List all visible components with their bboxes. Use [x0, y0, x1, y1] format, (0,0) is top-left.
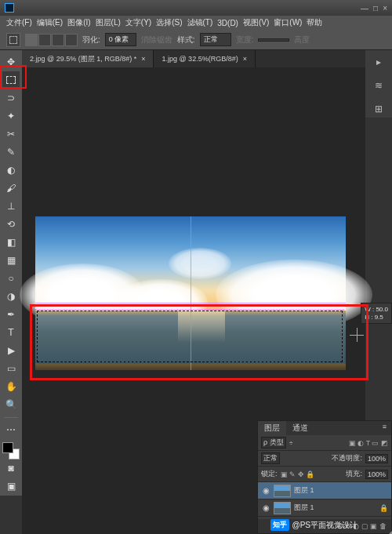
healing-brush-tool[interactable]: ◐	[2, 162, 20, 179]
layer-name-label[interactable]: 图层 1	[294, 503, 314, 513]
move-tool[interactable]: ✥	[2, 53, 20, 71]
menu-filter[interactable]: 滤镜(T)	[186, 17, 215, 28]
zoom-tool[interactable]: 🔍	[2, 396, 20, 413]
screenmode-toggle[interactable]: ▣	[2, 478, 20, 495]
lock-icons[interactable]: ▣ ✎ ✥ 🔒	[281, 470, 315, 478]
window-titlebar: — □ ×	[0, 0, 392, 16]
tab-layers[interactable]: 图层	[258, 421, 286, 435]
height-readout-label: H :	[365, 314, 372, 321]
visibility-toggle-icon[interactable]: ◉	[261, 503, 270, 512]
brush-tool[interactable]: 🖌	[2, 180, 20, 197]
style-select[interactable]: 正常	[200, 33, 231, 46]
layer-item-layer1[interactable]: ◉ 图层 1	[258, 482, 391, 499]
history-panel-icon[interactable]: ≋	[370, 77, 387, 94]
layer-thumbnail[interactable]	[274, 502, 291, 514]
properties-panel-icon[interactable]: ⊞	[370, 100, 387, 118]
document-tab-1jpg[interactable]: 1.jpg @ 32.5%(RGB/8#) ×	[154, 50, 255, 67]
opacity-label: 不透明度:	[332, 453, 362, 463]
opacity-input[interactable]: 100%	[365, 454, 388, 463]
magic-wand-tool[interactable]: ✦	[2, 107, 20, 125]
zhihu-logo: 知乎	[270, 519, 289, 531]
eyedropper-tool[interactable]: ✎	[2, 143, 20, 161]
height-readout-value: 9.5	[375, 314, 383, 321]
type-tool[interactable]: T	[2, 324, 20, 341]
rectangle-tool[interactable]: ▭	[2, 360, 20, 377]
dodge-tool[interactable]: ◑	[2, 288, 20, 305]
menu-select[interactable]: 选择(S)	[154, 17, 183, 28]
toolbox: ✥ ⊃ ✦ ✂ ✎ ◐ 🖌 ⊥ ⟲ ◧ ▦ ○ ◑ ✒ T ▶ ▭ ✋ 🔍 ⋯ …	[0, 50, 22, 496]
horizontal-guide	[35, 303, 346, 303]
blend-mode-select[interactable]: 正常	[261, 452, 280, 464]
panel-menu-icon[interactable]: ≡	[378, 421, 391, 435]
blur-tool[interactable]: ○	[2, 270, 20, 287]
width-input	[258, 38, 289, 42]
width-label: 宽度:	[236, 35, 254, 45]
tab-channels[interactable]: 通道	[286, 421, 314, 435]
watermark-text: @PS平面视觉设计	[292, 520, 358, 531]
menu-layer[interactable]: 图层(L)	[94, 17, 122, 28]
width-readout-label: W :	[365, 306, 374, 313]
selection-add-icon[interactable]	[38, 34, 51, 46]
layer-filter-icons[interactable]: ▣ ◐ T ▭ ◩	[349, 439, 388, 447]
app-logo	[5, 3, 14, 13]
history-brush-tool[interactable]: ⟲	[2, 216, 20, 233]
style-label: 样式:	[177, 35, 195, 45]
marquee-selection[interactable]	[37, 311, 343, 362]
resize-handle-icon[interactable]	[387, 529, 392, 534]
cursor-crosshair-icon	[350, 328, 364, 342]
edit-toolbar-icon[interactable]: ⋯	[2, 421, 20, 438]
layers-panel: 图层 通道 ≡ ρ 类型 ÷ ▣ ◐ T ▭ ◩ 正常 不透明度: 100% 锁…	[257, 420, 392, 534]
layer-thumbnail[interactable]	[274, 485, 291, 497]
menu-image[interactable]: 图像(I)	[66, 17, 92, 28]
close-button[interactable]: ×	[383, 4, 387, 13]
crop-tool[interactable]: ✂	[2, 125, 20, 143]
layer-name-label[interactable]: 图层 1	[294, 485, 314, 496]
minimize-button[interactable]: —	[361, 4, 368, 13]
document-tab-2jpg[interactable]: 2.jpg @ 29.5% (图层 1, RGB/8#) * ×	[22, 50, 154, 67]
eraser-tool[interactable]: ◧	[2, 234, 20, 251]
maximize-button[interactable]: □	[373, 4, 378, 13]
visibility-toggle-icon[interactable]: ◉	[261, 486, 270, 495]
hand-tool[interactable]: ✋	[2, 378, 20, 395]
marquee-tool-preset-icon[interactable]	[6, 33, 20, 47]
fill-label: 填充:	[346, 469, 362, 479]
quickmask-toggle[interactable]: ◙	[2, 460, 20, 477]
lock-icon: 🔒	[379, 504, 388, 512]
color-wells[interactable]	[2, 442, 20, 460]
filter-dropdown-icon[interactable]: ÷	[289, 439, 293, 447]
feather-label: 羽化:	[82, 35, 100, 45]
gradient-tool[interactable]: ▦	[2, 252, 20, 269]
clone-stamp-tool[interactable]: ⊥	[2, 198, 20, 215]
menu-type[interactable]: 文字(Y)	[124, 17, 153, 28]
document-tabbar: 2.jpg @ 29.5% (图层 1, RGB/8#) * × 1.jpg @…	[0, 50, 392, 67]
rectangular-marquee-tool[interactable]	[2, 71, 20, 89]
window-controls: — □ ×	[361, 4, 387, 13]
menu-window[interactable]: 窗口(W)	[272, 17, 303, 28]
menu-view[interactable]: 视图(V)	[241, 17, 270, 28]
menubar: 文件(F) 编辑(E) 图像(I) 图层(L) 文字(Y) 选择(S) 滤镜(T…	[0, 16, 392, 30]
height-label: 高度	[294, 35, 310, 45]
layer-item-background[interactable]: ◉ 图层 1 🔒	[258, 499, 391, 517]
pen-tool[interactable]: ✒	[2, 306, 20, 323]
tab-close-icon[interactable]: ×	[243, 55, 247, 63]
right-dock: ▸ ≋ ⊞	[365, 50, 392, 118]
selection-intersect-icon[interactable]	[65, 34, 78, 46]
selection-subtract-icon[interactable]	[52, 34, 64, 46]
layer-filter-select[interactable]: ρ 类型	[261, 437, 286, 449]
fill-input[interactable]: 100%	[365, 470, 388, 479]
foreground-swatch[interactable]	[2, 442, 13, 453]
selection-new-icon[interactable]	[25, 34, 38, 46]
menu-3d[interactable]: 3D(D)	[216, 19, 240, 27]
options-bar: 羽化: 0 像素 消除锯齿 样式: 正常 宽度: 高度	[0, 30, 392, 50]
lock-label: 锁定:	[261, 469, 278, 479]
tab-close-icon[interactable]: ×	[141, 55, 145, 63]
feather-input[interactable]: 0 像素	[105, 33, 136, 46]
menu-file[interactable]: 文件(F)	[5, 17, 34, 28]
collapse-dock-icon[interactable]: ▸	[370, 53, 387, 71]
lasso-tool[interactable]: ⊃	[2, 89, 20, 107]
width-readout-value: 50.0	[376, 306, 388, 313]
menu-edit[interactable]: 编辑(E)	[35, 17, 64, 28]
menu-help[interactable]: 帮助	[305, 17, 324, 28]
tab-label: 1.jpg @ 32.5%(RGB/8#)	[162, 55, 238, 63]
path-selection-tool[interactable]: ▶	[2, 342, 20, 359]
